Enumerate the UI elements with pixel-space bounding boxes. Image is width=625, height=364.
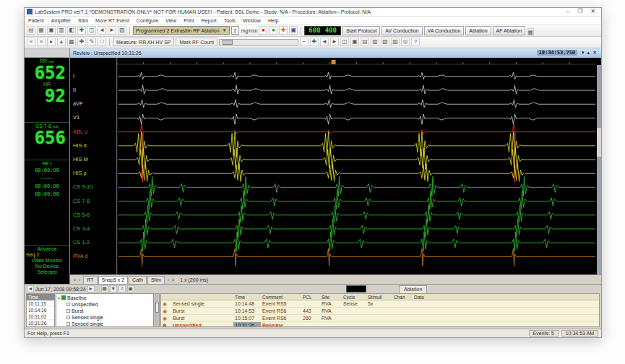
menu-configure[interactable]: Configure: [133, 18, 162, 23]
channel-label-ii[interactable]: II: [73, 87, 76, 93]
marker-icon[interactable]: ✚: [77, 26, 86, 35]
protocol-select[interactable]: Programmed 2 Extrastim RF Ablation▼: [133, 26, 230, 35]
grid-icon[interactable]: ▦: [67, 38, 76, 46]
redo-icon[interactable]: ►: [108, 26, 116, 35]
save-icon[interactable]: ▣: [47, 26, 56, 35]
measure-label[interactable]: Measure: RR AH HV SP: [113, 38, 174, 46]
slider-thumb[interactable]: [223, 40, 233, 45]
tree-item-burst[interactable]: Burst: [56, 308, 153, 314]
tree-root-item[interactable]: ▾Baseline: [56, 294, 153, 301]
calendar-icon[interactable]: ▦: [101, 285, 108, 292]
column-header-data[interactable]: Data: [413, 294, 599, 300]
ablation-button[interactable]: Ablation: [465, 26, 491, 35]
start-protocol-button[interactable]: Start Protocol: [342, 26, 380, 35]
channel-label-his-d[interactable]: HIS d: [73, 142, 87, 149]
va-conduction-button[interactable]: VA Conduction: [424, 26, 465, 35]
report-icon[interactable]: ▨: [391, 38, 400, 46]
channel-label-his-p[interactable]: HIS p: [73, 170, 87, 176]
snapshot-icon[interactable]: ◧: [67, 26, 76, 35]
waveform-scrollbar[interactable]: [597, 65, 601, 274]
calipers-icon[interactable]: ◫: [87, 26, 96, 35]
tab-nav-icon[interactable]: »: [171, 277, 176, 282]
table-row[interactable]: ⊗Unspecified10:31:26Baseline: [161, 322, 599, 327]
log-prev-button[interactable]: ◄: [27, 285, 34, 292]
full-screen-icon[interactable]: ▣: [350, 38, 359, 46]
review-title-bar[interactable]: Review : Unspecified 10:31:26 10:34:53.7…: [70, 48, 601, 58]
caliper-add-icon[interactable]: ✚: [77, 38, 86, 46]
scroll-right-icon[interactable]: ►: [330, 38, 339, 46]
channel-label-cs-3-4[interactable]: CS 3-4: [73, 225, 90, 232]
menu-report[interactable]: Report: [198, 18, 220, 23]
zoom-out-icon[interactable]: −: [300, 38, 309, 46]
rate-input[interactable]: 2: [231, 26, 240, 35]
close-button[interactable]: ✕: [587, 8, 599, 15]
signal-avg-icon[interactable]: ▤: [361, 38, 369, 46]
av-conduction-button[interactable]: AV Conduction: [382, 26, 422, 35]
tree-item-unspecified[interactable]: Unspecified: [56, 301, 153, 308]
tree-expand-icon[interactable]: ▾: [58, 295, 60, 300]
tab-nav-icon[interactable]: «: [72, 277, 77, 282]
menu-print[interactable]: Print: [180, 18, 197, 23]
settings-icon[interactable]: ▧: [118, 26, 126, 35]
channel-label-i[interactable]: I: [73, 73, 74, 79]
new-patient-icon[interactable]: ▤: [27, 26, 35, 35]
channel-label-abl-d[interactable]: ABL d: [73, 128, 87, 134]
menu-stim[interactable]: Stim: [74, 18, 92, 23]
open-study-icon[interactable]: ▦: [37, 26, 46, 35]
ablation-section-tab[interactable]: Ablation: [399, 285, 427, 293]
sweep-speed-icon[interactable]: ▸: [47, 38, 56, 46]
stim-channel-icon[interactable]: ▥: [371, 38, 379, 46]
column-header-pcl[interactable]: PCL: [301, 294, 320, 300]
tab-stim[interactable]: Stim: [147, 276, 165, 284]
page-fwd-icon[interactable]: »: [37, 38, 46, 46]
event-list-icon[interactable]: ≡: [118, 285, 126, 292]
log-next-button[interactable]: ►: [87, 285, 95, 292]
ready-icon[interactable]: ●: [269, 26, 277, 35]
menu-view[interactable]: View: [162, 18, 180, 23]
maximize-button[interactable]: ❐: [574, 8, 586, 15]
gain-icon[interactable]: ▴: [57, 38, 66, 46]
timebase-slider[interactable]: [219, 39, 298, 46]
protocol-settings-icon[interactable]: ▦: [527, 28, 534, 36]
column-header-cycle[interactable]: Cycle: [342, 294, 366, 300]
af-ablation-button[interactable]: AF Ablation: [493, 26, 526, 35]
time-list-item[interactable]: 10:14:16: [27, 307, 54, 313]
channel-label-cs-7-8[interactable]: CS 7-8: [73, 197, 90, 204]
page-back-icon[interactable]: «: [27, 38, 35, 46]
zoom-in-icon[interactable]: ✚: [310, 38, 319, 46]
menu-help[interactable]: Help: [264, 18, 282, 23]
table-row[interactable]: ◉Burst10:15:07Event RS6260RVA: [161, 315, 599, 322]
filter-icon[interactable]: ▼: [110, 285, 117, 292]
channel-label-cs-5-6[interactable]: CS 5-6: [73, 212, 90, 218]
search-icon[interactable]: ◎: [401, 38, 410, 46]
tab-nav-icon[interactable]: ‹: [77, 277, 82, 282]
undo-icon[interactable]: ◄: [98, 26, 106, 35]
scroll-left-icon[interactable]: ◄: [320, 38, 329, 46]
time-list-item[interactable]: 10:31:02: [27, 313, 54, 320]
tree-item-sensed-single[interactable]: Sensed single: [56, 321, 153, 327]
mark-rf-count-button[interactable]: Mark RF Count: [176, 38, 217, 46]
column-header-site[interactable]: Site: [320, 294, 342, 300]
column-header-chan[interactable]: Chan: [392, 294, 413, 300]
menu-amplifier[interactable]: Amplifier: [48, 18, 74, 23]
print-icon[interactable]: ▥: [57, 26, 66, 35]
column-header-name[interactable]: [171, 294, 233, 300]
table-row[interactable]: ◉Burst10:14:53Event RS6443RVA: [161, 308, 599, 315]
waveform-canvas[interactable]: IIIaVFV1ABL dHIS dHIS MHIS pCS 9-10CS 7-…: [70, 58, 601, 274]
tab-snap5-x-2[interactable]: Snap5 x 2: [98, 276, 129, 284]
minimize-button[interactable]: –: [563, 8, 573, 15]
time-list-item[interactable]: 10:11:15: [27, 300, 54, 307]
add-event-icon[interactable]: ✚: [279, 26, 288, 35]
column-header-stimuli[interactable]: Stimuli: [366, 294, 392, 300]
tab-rt[interactable]: RT: [83, 276, 97, 284]
column-header-icon[interactable]: [161, 294, 171, 300]
split-screen-icon[interactable]: ◫: [340, 38, 349, 46]
column-header-time[interactable]: Time: [233, 294, 261, 300]
event-tree[interactable]: ▾BaselineUnspecifiedBurstSensed singleSe…: [56, 293, 154, 327]
map-icon[interactable]: ▧: [381, 38, 389, 46]
menu-more-rt-event[interactable]: More RT Event: [92, 18, 133, 23]
snapshot-time-list[interactable]: Time10:11:1510:14:1610:31:0210:31:26: [26, 293, 55, 327]
menu-patient[interactable]: Patient: [25, 18, 48, 23]
review-window-button[interactable]: ✕: [591, 50, 598, 56]
time-list-item[interactable]: 10:31:26: [27, 320, 54, 326]
